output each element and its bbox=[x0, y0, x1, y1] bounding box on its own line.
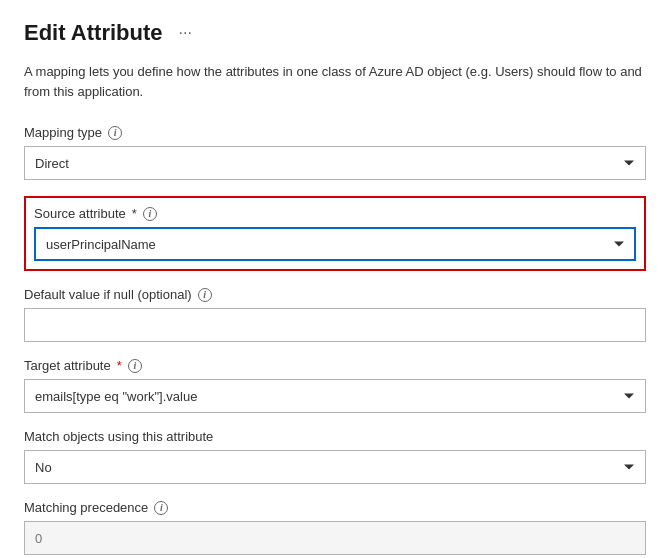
page-title: Edit Attribute bbox=[24, 20, 163, 46]
source-attribute-label: Source attribute * i bbox=[34, 206, 636, 221]
target-attribute-group: Target attribute * i emails[type eq "wor… bbox=[24, 358, 646, 413]
default-value-input[interactable] bbox=[24, 308, 646, 342]
match-objects-group: Match objects using this attribute No Ye… bbox=[24, 429, 646, 484]
mapping-type-info-icon[interactable]: i bbox=[108, 126, 122, 140]
matching-precedence-input[interactable] bbox=[24, 521, 646, 555]
source-attribute-select[interactable]: userPrincipalName objectId displayName m… bbox=[34, 227, 636, 261]
default-value-label: Default value if null (optional) i bbox=[24, 287, 646, 302]
source-attribute-info-icon[interactable]: i bbox=[143, 207, 157, 221]
more-options-button[interactable]: ··· bbox=[173, 22, 198, 44]
match-objects-select-wrapper: No Yes bbox=[24, 450, 646, 484]
source-attribute-select-wrapper: userPrincipalName objectId displayName m… bbox=[34, 227, 636, 261]
target-attribute-info-icon[interactable]: i bbox=[128, 359, 142, 373]
default-value-info-icon[interactable]: i bbox=[198, 288, 212, 302]
mapping-type-select-wrapper: Direct Expression Constant bbox=[24, 146, 646, 180]
matching-precedence-info-icon[interactable]: i bbox=[154, 501, 168, 515]
default-value-group: Default value if null (optional) i bbox=[24, 287, 646, 342]
page-description: A mapping lets you define how the attrib… bbox=[24, 62, 646, 101]
mapping-type-select[interactable]: Direct Expression Constant bbox=[24, 146, 646, 180]
target-attribute-label: Target attribute * i bbox=[24, 358, 646, 373]
target-attribute-required: * bbox=[117, 358, 122, 373]
source-attribute-required: * bbox=[132, 206, 137, 221]
match-objects-label: Match objects using this attribute bbox=[24, 429, 646, 444]
page-header: Edit Attribute ··· bbox=[24, 20, 646, 46]
source-attribute-group: Source attribute * i userPrincipalName o… bbox=[24, 196, 646, 271]
mapping-type-label: Mapping type i bbox=[24, 125, 646, 140]
matching-precedence-group: Matching precedence i bbox=[24, 500, 646, 555]
mapping-type-group: Mapping type i Direct Expression Constan… bbox=[24, 125, 646, 180]
target-attribute-select[interactable]: emails[type eq "work"].value userName di… bbox=[24, 379, 646, 413]
target-attribute-select-wrapper: emails[type eq "work"].value userName di… bbox=[24, 379, 646, 413]
matching-precedence-label: Matching precedence i bbox=[24, 500, 646, 515]
match-objects-select[interactable]: No Yes bbox=[24, 450, 646, 484]
